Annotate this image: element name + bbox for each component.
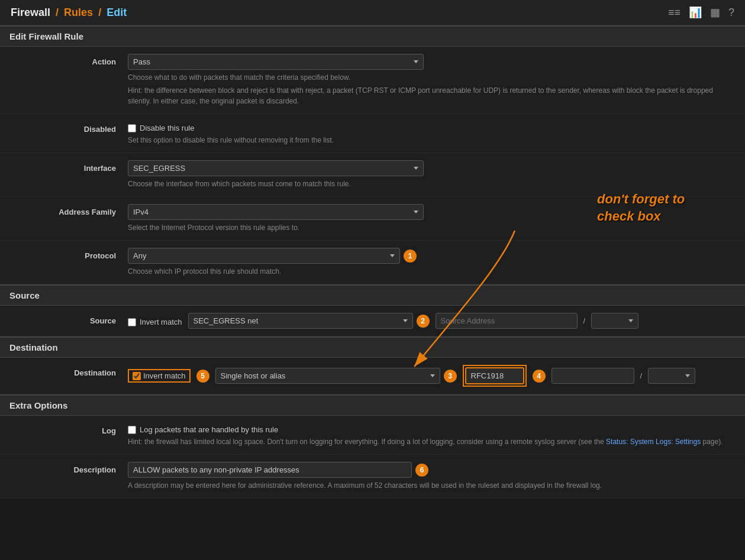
callout-annotation: don't forget to check box — [597, 191, 727, 225]
interface-controls: SEC_EGRESS LAN WAN Choose the interface … — [128, 160, 736, 189]
source-invert-text: Invert match — [140, 318, 182, 326]
disabled-checkbox[interactable] — [128, 124, 136, 132]
description-hint1: A description may be entered here for ad… — [128, 481, 588, 490]
log-hint2: page). — [703, 438, 723, 446]
source-slash: / — [583, 316, 586, 325]
dest-slash: / — [640, 371, 643, 380]
address-family-select[interactable]: IPv4 IPv6 IPv4+IPv6 — [128, 204, 424, 220]
callout-line2: check box — [597, 209, 661, 224]
description-hint2: log. — [591, 481, 602, 490]
description-label: Description — [9, 462, 128, 474]
interface-row: Interface SEC_EGRESS LAN WAN Choose the … — [0, 153, 745, 197]
section-header-edit: Edit Firewall Rule — [0, 25, 745, 47]
source-select-group: SEC_EGRESS net any LAN net 2 — [188, 313, 430, 329]
question-icon[interactable]: ? — [728, 7, 734, 19]
destination-label: Destination — [9, 365, 128, 377]
protocol-control-group: Any TCP UDP ICMP 1 — [128, 248, 736, 264]
breadcrumb-sep1: / — [56, 7, 59, 18]
action-label: Action — [9, 54, 128, 66]
protocol-hint: Choose which IP protocol this rule shoul… — [128, 266, 736, 277]
table-icon[interactable]: ▦ — [710, 6, 720, 19]
page-content: Edit Firewall Rule Action Pass Block Rej… — [0, 25, 745, 499]
breadcrumb-firewall[interactable]: Firewall — [11, 7, 50, 18]
section-header-extra: Extra Options — [0, 394, 745, 416]
source-address-input[interactable] — [436, 313, 578, 329]
action-hint1: Choose what to do with packets that matc… — [128, 72, 736, 83]
log-checkbox[interactable] — [128, 426, 136, 434]
dest-rfc-group — [463, 365, 527, 387]
dest-cidr-select[interactable]: 8 16 24 32 — [648, 368, 695, 384]
source-controls: Invert match SEC_EGRESS net any LAN net … — [128, 313, 736, 329]
breadcrumb-edit: Edit — [107, 7, 127, 18]
action-hint2: Hint: the difference between block and r… — [128, 85, 736, 106]
protocol-select[interactable]: Any TCP UDP ICMP — [128, 248, 400, 264]
section-header-source: Source — [0, 284, 745, 306]
source-inline: Invert match SEC_EGRESS net any LAN net … — [128, 313, 736, 329]
source-form-section: Source Invert match SEC_EGRESS net any L… — [0, 306, 745, 336]
edit-form-section: Action Pass Block Reject Choose what to … — [0, 47, 745, 284]
nav-icons: ≡≡ 📊 ▦ ? — [668, 6, 734, 19]
description-input[interactable] — [128, 462, 412, 478]
disabled-checkbox-label[interactable]: Disable this rule — [128, 121, 736, 132]
address-family-label: Address Family — [9, 204, 128, 216]
destination-form-section: Destination Invert match 5 Single host o… — [0, 358, 745, 394]
source-label: Source — [9, 313, 128, 325]
description-badge: 6 — [415, 464, 428, 477]
log-checkbox-label[interactable]: Log packets that are handled by this rul… — [128, 423, 736, 434]
source-invert-checkbox[interactable] — [128, 318, 136, 326]
destination-controls: Invert match 5 Single host or alias any … — [128, 365, 736, 387]
source-invert-label[interactable]: Invert match — [128, 315, 182, 326]
dest-badge4: 4 — [533, 370, 546, 383]
action-select[interactable]: Pass Block Reject — [128, 54, 424, 70]
dest-select-group: Single host or alias any LAN net 3 — [215, 368, 457, 384]
chart-icon[interactable]: 📊 — [689, 6, 702, 19]
description-hint: A description may be entered here for ad… — [128, 480, 736, 491]
dest-badge5: 5 — [196, 370, 209, 383]
source-cidr-select[interactable]: 8 16 24 32 — [591, 313, 638, 329]
log-hint-link[interactable]: Status: System Logs: Settings — [606, 438, 701, 446]
description-controls: 6 A description may be entered here for … — [128, 462, 736, 491]
interface-hint: Choose the interface from which packets … — [128, 179, 736, 189]
address-family-row: Address Family IPv4 IPv6 IPv4+IPv6 Selec… — [0, 197, 745, 241]
log-hint: Hint: the firewall has limited local log… — [128, 436, 736, 447]
source-type-select[interactable]: SEC_EGRESS net any LAN net — [188, 313, 413, 329]
protocol-controls: Any TCP UDP ICMP 1 Choose which IP proto… — [128, 248, 736, 277]
interface-select[interactable]: SEC_EGRESS LAN WAN — [128, 160, 424, 176]
dest-type-select[interactable]: Single host or alias any LAN net — [215, 368, 440, 384]
interface-label: Interface — [9, 160, 128, 173]
source-row: Source Invert match SEC_EGRESS net any L… — [0, 306, 745, 336]
destination-inline: Invert match 5 Single host or alias any … — [128, 365, 736, 387]
protocol-row: Protocol Any TCP UDP ICMP 1 Choose which… — [0, 241, 745, 284]
dest-invert-text: Invert match — [143, 371, 186, 380]
destination-row: Destination Invert match 5 Single host o… — [0, 358, 745, 394]
disabled-controls: Disable this rule Set this option to dis… — [128, 121, 736, 145]
disabled-row: Disabled Disable this rule Set this opti… — [0, 114, 745, 153]
protocol-label: Protocol — [9, 248, 128, 260]
dest-address-input[interactable] — [552, 368, 634, 384]
log-row: Log Log packets that are handled by this… — [0, 416, 745, 455]
dest-invert-wrapper: Invert match — [128, 369, 191, 383]
breadcrumb: Firewall / Rules / Edit — [11, 7, 127, 19]
disabled-label: Disabled — [9, 121, 128, 134]
description-input-group: 6 — [128, 462, 736, 478]
dest-rfc-input[interactable] — [465, 367, 524, 384]
sliders-icon[interactable]: ≡≡ — [668, 7, 681, 19]
breadcrumb-sep2: / — [98, 7, 101, 18]
log-controls: Log packets that are handled by this rul… — [128, 423, 736, 447]
top-nav: Firewall / Rules / Edit ≡≡ 📊 ▦ ? — [0, 0, 745, 25]
log-checkbox-text: Log packets that are handled by this rul… — [140, 425, 278, 434]
action-row: Action Pass Block Reject Choose what to … — [0, 47, 745, 114]
dest-invert-checkbox[interactable] — [133, 372, 141, 380]
disabled-hint: Set this option to disable this rule wit… — [128, 135, 736, 145]
extra-form-section: Log Log packets that are handled by this… — [0, 416, 745, 499]
disabled-checkbox-text: Disable this rule — [140, 124, 195, 132]
section-header-destination: Destination — [0, 336, 745, 358]
log-label: Log — [9, 423, 128, 435]
description-row: Description 6 A description may be enter… — [0, 455, 745, 499]
breadcrumb-rules[interactable]: Rules — [64, 7, 93, 18]
log-hint1: Hint: the firewall has limited local log… — [128, 438, 604, 446]
action-controls: Pass Block Reject Choose what to do with… — [128, 54, 736, 106]
source-badge: 2 — [417, 315, 430, 328]
protocol-badge: 1 — [404, 250, 417, 263]
callout-line1: don't forget to — [597, 192, 685, 206]
